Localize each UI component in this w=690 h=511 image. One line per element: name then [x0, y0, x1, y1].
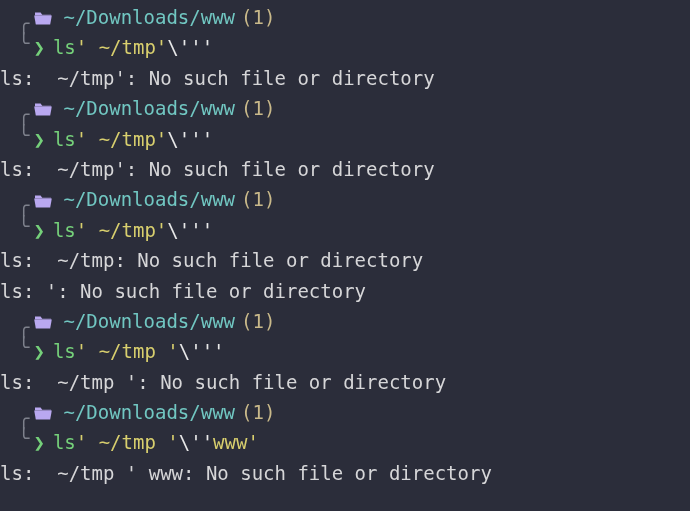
command-name: ls — [53, 336, 76, 366]
prompt-count: (1) — [241, 93, 275, 123]
command-block: ╭~/Downloads/www (1)╰❯ls ' ~/tmp'\'''ls:… — [0, 2, 690, 93]
prompt-command-line[interactable]: ╰❯ls ' ~/tmp'\''' — [0, 124, 690, 154]
prompt-hook-bottom: ╰ — [18, 332, 29, 362]
folder-icon — [33, 405, 53, 421]
prompt-count: (1) — [241, 184, 275, 214]
terminal[interactable]: ╭~/Downloads/www (1)╰❯ls ' ~/tmp'\'''ls:… — [0, 2, 690, 488]
command-block: ╭~/Downloads/www (1)╰❯ls ' ~/tmp'\'''ls:… — [0, 93, 690, 184]
command-output: ls: ': No such file or directory — [0, 276, 690, 306]
prompt-path-line: ╭~/Downloads/www (1) — [0, 184, 690, 214]
prompt-hook-bottom: ╰ — [18, 120, 29, 150]
command-output: ls: ~/tmp ' www: No such file or directo… — [0, 458, 690, 488]
prompt-path-line: ╭~/Downloads/www (1) — [0, 306, 690, 336]
command-arg-quoted: ' ~/tmp' — [76, 124, 168, 154]
command-arg-escaped: \''' — [167, 215, 213, 245]
command-arg-escaped: \''' — [167, 124, 213, 154]
command-name: ls — [53, 32, 76, 62]
command-arg-escaped: \'' — [179, 427, 213, 457]
prompt-path: ~/Downloads/www — [63, 2, 235, 32]
prompt-hook-bottom: ╰ — [18, 28, 29, 58]
prompt-hook-bottom: ╰ — [18, 211, 29, 241]
command-block: ╭~/Downloads/www (1)╰❯ls ' ~/tmp '\'' ww… — [0, 397, 690, 488]
command-arg-quoted: www' — [213, 427, 259, 457]
folder-icon — [33, 10, 53, 26]
prompt-path: ~/Downloads/www — [63, 306, 235, 336]
prompt-command-line[interactable]: ╰❯ls ' ~/tmp '\''' — [0, 336, 690, 366]
prompt-path-line: ╭~/Downloads/www (1) — [0, 93, 690, 123]
prompt-command-line[interactable]: ╰❯ls ' ~/tmp '\'' www' — [0, 427, 690, 457]
prompt-chevron-icon: ❯ — [33, 215, 44, 245]
command-arg-quoted: ' ~/tmp ' — [76, 427, 179, 457]
command-arg-escaped: \''' — [167, 32, 213, 62]
prompt-chevron-icon: ❯ — [33, 427, 44, 457]
command-arg-quoted: ' ~/tmp' — [76, 215, 168, 245]
prompt-count: (1) — [241, 397, 275, 427]
command-arg-quoted: ' ~/tmp' — [76, 32, 168, 62]
prompt-path-line: ╭~/Downloads/www (1) — [0, 2, 690, 32]
command-block: ╭~/Downloads/www (1)╰❯ls ' ~/tmp' \'''ls… — [0, 184, 690, 306]
prompt-path-line: ╭~/Downloads/www (1) — [0, 397, 690, 427]
prompt-chevron-icon: ❯ — [33, 124, 44, 154]
prompt-command-line[interactable]: ╰❯ls ' ~/tmp'\''' — [0, 32, 690, 62]
prompt-chevron-icon: ❯ — [33, 336, 44, 366]
prompt-path: ~/Downloads/www — [63, 184, 235, 214]
prompt-count: (1) — [241, 2, 275, 32]
command-arg-quoted: ' ~/tmp ' — [76, 336, 179, 366]
prompt-command-line[interactable]: ╰❯ls ' ~/tmp' \''' — [0, 215, 690, 245]
command-arg-escaped: \''' — [179, 336, 225, 366]
prompt-count: (1) — [241, 306, 275, 336]
command-name: ls — [53, 124, 76, 154]
command-output: ls: ~/tmp': No such file or directory — [0, 63, 690, 93]
command-block: ╭~/Downloads/www (1)╰❯ls ' ~/tmp '\'''ls… — [0, 306, 690, 397]
prompt-path: ~/Downloads/www — [63, 93, 235, 123]
command-output: ls: ~/tmp: No such file or directory — [0, 245, 690, 275]
command-output: ls: ~/tmp ': No such file or directory — [0, 367, 690, 397]
folder-icon — [33, 193, 53, 209]
prompt-hook-bottom: ╰ — [18, 423, 29, 453]
prompt-path: ~/Downloads/www — [63, 397, 235, 427]
command-output: ls: ~/tmp': No such file or directory — [0, 154, 690, 184]
folder-icon — [33, 101, 53, 117]
folder-icon — [33, 314, 53, 330]
prompt-chevron-icon: ❯ — [33, 32, 44, 62]
command-name: ls — [53, 427, 76, 457]
command-name: ls — [53, 215, 76, 245]
